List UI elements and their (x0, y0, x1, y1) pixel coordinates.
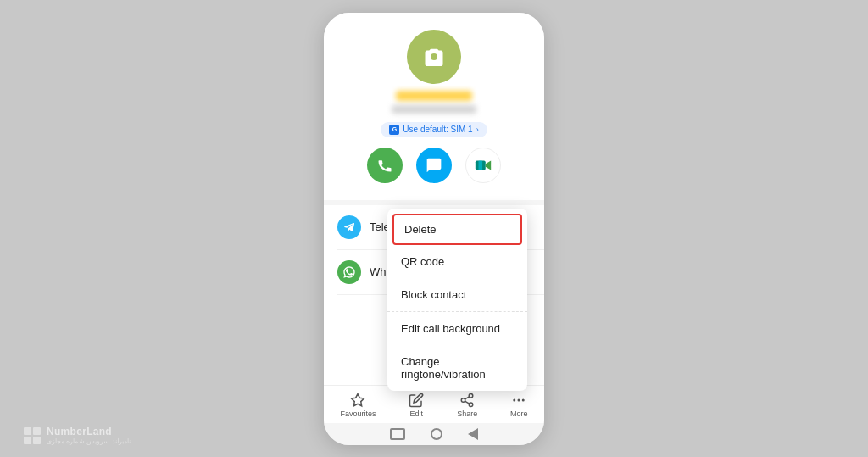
more-label: More (510, 410, 528, 418)
system-nav-bar (324, 423, 544, 445)
more-nav[interactable]: More (510, 393, 528, 418)
back-icon[interactable] (468, 428, 478, 440)
call-button[interactable] (367, 148, 403, 183)
contact-phone-blur (392, 105, 476, 114)
svg-point-4 (469, 393, 473, 398)
share-label: Share (457, 410, 477, 418)
svg-point-5 (461, 398, 465, 402)
watermark-sub: نامبرلند سرویس شماره مجازی (47, 437, 131, 445)
dropdown-menu: Delete QR code Block contact Edit call b… (387, 209, 527, 391)
qr-code-label: QR code (401, 255, 444, 268)
sim-label: Use default: SIM 1 (403, 125, 472, 134)
favourites-nav[interactable]: Favourites (340, 393, 376, 418)
change-ringtone-menu-item[interactable]: Change ringtone/vibration (387, 345, 527, 391)
svg-marker-3 (352, 393, 364, 405)
edit-call-bg-label: Edit call background (401, 322, 500, 335)
favourites-label: Favourites (340, 410, 376, 418)
chevron-right-icon: › (476, 125, 479, 134)
recent-apps-icon[interactable] (390, 428, 405, 440)
qr-code-menu-item[interactable]: QR code (387, 245, 527, 278)
camera-icon (422, 45, 446, 69)
svg-line-8 (465, 396, 470, 398)
svg-line-7 (465, 401, 470, 404)
home-icon[interactable] (431, 428, 442, 440)
watermark-name: NumberLand (47, 426, 131, 437)
svg-point-6 (469, 403, 473, 407)
google-icon: G (389, 125, 399, 135)
change-ringtone-label: Change ringtone/vibration (401, 355, 486, 381)
edit-call-background-menu-item[interactable]: Edit call background (387, 311, 527, 345)
app-list: Telegram WhatsApp Delete QR code Block c… (324, 205, 544, 385)
svg-marker-1 (486, 160, 491, 170)
svg-point-11 (522, 398, 525, 401)
video-button[interactable] (465, 148, 501, 183)
svg-point-9 (514, 398, 516, 401)
svg-rect-2 (479, 160, 483, 170)
share-nav[interactable]: Share (457, 393, 477, 418)
action-buttons (367, 148, 501, 183)
message-button[interactable] (416, 148, 452, 183)
delete-menu-item[interactable]: Delete (392, 214, 522, 245)
edit-nav[interactable]: Edit (409, 393, 424, 418)
phone-screen: G Use default: SIM 1 › (324, 13, 544, 445)
block-contact-menu-item[interactable]: Block contact (387, 278, 527, 311)
avatar (407, 30, 461, 84)
contact-card: G Use default: SIM 1 › (324, 13, 544, 200)
watermark: NumberLand نامبرلند سرویس شماره مجازی (24, 426, 131, 445)
contact-name-blur (396, 91, 472, 101)
block-contact-label: Block contact (401, 288, 466, 301)
svg-point-10 (518, 398, 520, 401)
delete-label: Delete (404, 223, 437, 236)
whatsapp-icon (337, 260, 361, 284)
sim-badge[interactable]: G Use default: SIM 1 › (381, 122, 487, 137)
edit-label: Edit (410, 410, 424, 418)
telegram-icon (337, 215, 361, 239)
